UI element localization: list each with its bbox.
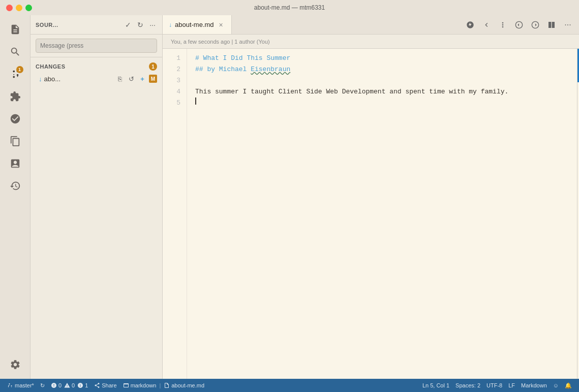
editor-area: ↓ about-me.md × xyxy=(163,15,579,379)
sync-icon: ↻ xyxy=(40,382,45,389)
language-type: markdown xyxy=(131,382,157,388)
line-number-1: 1 xyxy=(163,53,180,64)
close-button[interactable] xyxy=(6,5,13,11)
settings-icon[interactable] xyxy=(5,354,25,375)
minimize-button[interactable] xyxy=(16,5,22,11)
emoji-icon: ☺ xyxy=(553,382,559,388)
tab-close-button[interactable]: × xyxy=(217,21,225,29)
line-ending-status[interactable]: LF xyxy=(505,379,518,392)
changes-header: CHANGES 1 xyxy=(31,60,162,73)
warning-count: 0 xyxy=(72,382,75,388)
analytics-icon[interactable] xyxy=(5,153,25,174)
line-4-content: This summer I taught Client Side Web Dev… xyxy=(195,86,508,97)
tab-filename: about-me.md xyxy=(175,21,214,28)
code-line-1: # What I Did This Summer xyxy=(195,53,571,64)
encoding-status[interactable]: UTF-8 xyxy=(483,379,505,392)
traffic-lights xyxy=(6,5,32,11)
refresh-icon[interactable]: ↻ xyxy=(136,20,145,29)
stage-changes-icon[interactable]: + xyxy=(138,74,147,83)
code-line-2: ## by Michael Eisenbraun xyxy=(195,64,571,75)
copy-icon[interactable] xyxy=(5,131,25,151)
commit-icon[interactable]: ✓ xyxy=(124,20,133,29)
spaces-status[interactable]: Spaces: 2 xyxy=(452,379,483,392)
right-border xyxy=(577,49,577,379)
nav-forward-icon[interactable] xyxy=(528,18,542,32)
search-icon[interactable] xyxy=(5,42,25,62)
branch-name: master* xyxy=(15,382,34,388)
language-icon-status[interactable]: markdown xyxy=(120,379,160,392)
spaces-text: Spaces: 2 xyxy=(455,382,480,388)
file-name-label: abo... xyxy=(44,75,114,83)
app-body: 1 SOUR... ✓ ↻ ··· xyxy=(0,15,579,379)
nav-backward-icon[interactable] xyxy=(512,18,526,32)
message-input-container xyxy=(31,35,162,57)
sync-status[interactable]: ↻ xyxy=(37,379,48,392)
file-git-icon: ↓ xyxy=(39,75,42,83)
open-file-icon[interactable]: ⎘ xyxy=(115,74,125,83)
bell-icon: 🔔 xyxy=(565,382,572,389)
code-line-5 xyxy=(195,97,571,109)
changes-section: CHANGES 1 ↓ abo... ⎘ ↺ + M xyxy=(31,57,162,88)
explorer-icon[interactable] xyxy=(5,19,25,40)
active-tab[interactable]: ↓ about-me.md × xyxy=(163,15,232,34)
encoding-text: UTF-8 xyxy=(486,382,502,388)
info-count: 1 xyxy=(85,382,88,388)
code-line-3 xyxy=(195,75,571,86)
errors-status[interactable]: 0 0 1 xyxy=(48,379,91,392)
line-ending-text: LF xyxy=(508,382,515,388)
discard-changes-icon[interactable]: ↺ xyxy=(127,74,136,83)
code-editor[interactable]: # What I Did This Summer ## by Michael E… xyxy=(187,49,579,379)
sidebar-title: SOUR... xyxy=(36,22,120,28)
modified-badge: M xyxy=(149,75,157,83)
text-cursor xyxy=(195,97,196,105)
tab-bar: ↓ about-me.md × xyxy=(163,15,579,35)
error-count: 0 xyxy=(58,382,62,388)
more-editor-actions-icon[interactable]: ··· xyxy=(561,18,575,32)
source-control-badge: 1 xyxy=(16,66,23,73)
navigate-prev-icon[interactable] xyxy=(479,18,494,32)
line-1-content: # What I Did This Summer xyxy=(195,53,290,64)
emoji-status[interactable]: ☺ xyxy=(550,379,562,392)
line-number-5: 5 xyxy=(163,97,180,109)
file-name-status: about-me.md xyxy=(171,382,204,388)
status-bar: master* ↻ 0 0 1 Share markdown | about-m… xyxy=(0,379,579,392)
tab-git-icon: ↓ xyxy=(169,21,172,28)
source-control-icon[interactable]: 1 xyxy=(5,64,25,84)
sidebar: SOUR... ✓ ↻ ··· CHANGES 1 ↓ abo... ⎘ ↺ +… xyxy=(31,15,163,379)
title-bar: about-me.md — mtm6331 xyxy=(0,0,579,15)
changed-file-row[interactable]: ↓ abo... ⎘ ↺ + M xyxy=(31,73,162,85)
branch-status[interactable]: master* xyxy=(4,379,37,392)
code-line-4: This summer I taught Client Side Web Dev… xyxy=(195,86,571,97)
history-icon[interactable] xyxy=(5,176,25,196)
line-number-3: 3 xyxy=(163,75,180,86)
extensions-icon[interactable] xyxy=(5,86,25,107)
language-mode-text: Markdown xyxy=(521,382,547,388)
line-number-4: 4 xyxy=(163,86,180,97)
commit-message-input[interactable] xyxy=(36,39,157,53)
file-action-icons: ⎘ ↺ + M xyxy=(115,74,157,83)
blame-text: You, a few seconds ago | 1 author (You) xyxy=(171,39,270,45)
editor-content[interactable]: 1 2 3 4 5 # What I Did This Summer ## by… xyxy=(163,49,579,379)
editor-settings-icon[interactable] xyxy=(496,18,510,32)
editor-actions: ··· xyxy=(459,15,579,34)
share-label: Share xyxy=(102,382,116,388)
share-status[interactable]: Share xyxy=(91,379,119,392)
more-options-icon[interactable]: ··· xyxy=(148,20,157,29)
split-editor-icon[interactable] xyxy=(544,18,559,32)
changes-count-badge: 1 xyxy=(149,62,157,71)
blame-bar: You, a few seconds ago | 1 author (You) xyxy=(163,35,579,49)
remote-icon[interactable] xyxy=(5,109,25,129)
changes-label: CHANGES xyxy=(36,63,146,70)
language-mode-status[interactable]: Markdown xyxy=(518,379,550,392)
git-blame-icon[interactable] xyxy=(463,18,477,32)
position-status[interactable]: Ln 5, Col 1 xyxy=(419,379,452,392)
line-number-2: 2 xyxy=(163,64,180,75)
file-status[interactable]: about-me.md xyxy=(161,379,207,392)
line-2-underline: Eisenbraun xyxy=(251,66,290,73)
position-text: Ln 5, Col 1 xyxy=(422,382,449,388)
line-numbers: 1 2 3 4 5 xyxy=(163,49,187,379)
maximize-button[interactable] xyxy=(25,5,32,11)
window-title: about-me.md — mtm6331 xyxy=(254,4,325,11)
activity-bar: 1 xyxy=(0,15,31,379)
bell-status[interactable]: 🔔 xyxy=(562,379,575,392)
